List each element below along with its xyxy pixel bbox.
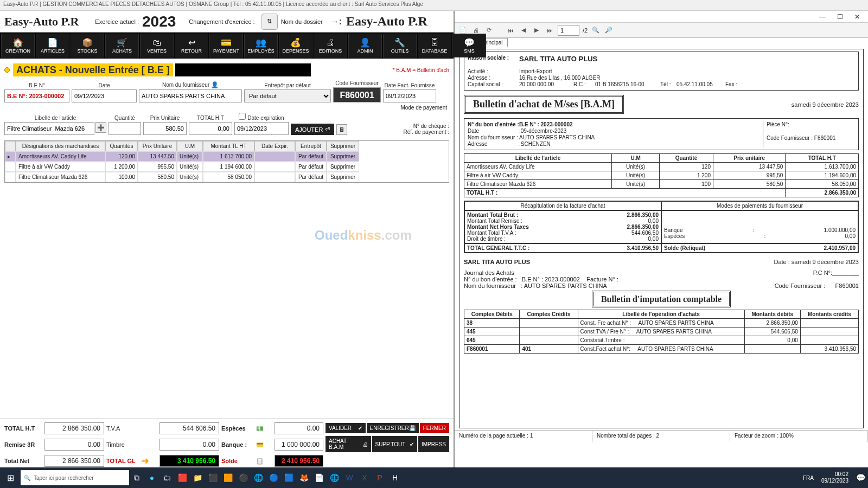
change-exercice-button[interactable]: ⇅: [261, 14, 278, 30]
nav-retour[interactable]: ↩RETOUR: [175, 34, 208, 57]
editions-icon: 🖨: [326, 38, 335, 48]
table-row[interactable]: Filtre Climatiseur Mazda 626100.00580.50…: [5, 172, 449, 182]
report-date: samedi 9 décembre 2023: [792, 101, 859, 108]
libelle-input[interactable]: [4, 122, 94, 135]
especes-value[interactable]: 0.00: [275, 422, 323, 434]
rrem-val: 0,00: [648, 218, 659, 224]
nav-admin[interactable]: 👤ADMIN: [348, 34, 382, 57]
nav-ventes[interactable]: 🛍VENTES: [140, 34, 174, 57]
taskbar-search[interactable]: 🔍Taper ici pour rechercher: [21, 470, 129, 485]
delete-row-button[interactable]: Supprimer: [327, 151, 359, 162]
excel-icon[interactable]: X: [357, 470, 372, 485]
taskbar-app-icon[interactable]: 🗂: [159, 470, 175, 485]
first-page-icon[interactable]: ⏮: [506, 25, 515, 35]
supp-tout-button[interactable]: SUPP.TOUT✔: [372, 436, 418, 452]
page-input[interactable]: [558, 25, 579, 36]
taskbar-app-icon[interactable]: H: [387, 470, 403, 485]
act-label: Activité :: [468, 68, 519, 74]
taskbar-app-icon[interactable]: 🟦: [281, 470, 296, 485]
cap-label: Capital social :: [468, 81, 519, 87]
taskbar-app-icon[interactable]: 🌐: [327, 470, 342, 485]
fermer-button[interactable]: FERMER: [420, 423, 449, 433]
task-view-icon[interactable]: ⧉: [129, 470, 144, 485]
search-icon[interactable]: 🔍: [591, 25, 601, 35]
prev-page-icon[interactable]: ◀: [519, 25, 528, 35]
dossier-label: Nom du dossier: [281, 18, 323, 25]
last-page-icon[interactable]: ⏭: [545, 25, 554, 35]
nav-sms[interactable]: 💬SMS: [452, 34, 486, 57]
status-zoom: Facteur de zoom : 100%: [730, 431, 868, 442]
start-button[interactable]: ⊞: [0, 467, 21, 488]
remise-label: Remise 3R: [4, 441, 42, 448]
search-icon: 🔍: [24, 475, 30, 481]
valider-button[interactable]: VALIDER✔: [326, 423, 366, 433]
creation-icon: 🏠: [12, 37, 23, 48]
rpt-header-cell: Prix unitaire: [713, 154, 785, 163]
report-row: Filtre Climatiseur Mazda 626Unité(s)1005…: [464, 180, 859, 189]
compta-header-cell: Montants débits: [744, 310, 800, 319]
exp-input[interactable]: [234, 122, 289, 135]
date-input[interactable]: [72, 89, 137, 102]
next-page-icon[interactable]: ▶: [532, 25, 541, 35]
taskbar-clock[interactable]: 00:0209/12/2023: [817, 470, 853, 485]
delete-row-button[interactable]: Supprimer: [327, 162, 359, 172]
notifications-icon[interactable]: 💬: [853, 470, 868, 485]
be-label: B.E N°: [4, 82, 69, 88]
exp-checkbox[interactable]: [239, 113, 246, 120]
banque-value[interactable]: 1 000 000.00: [275, 439, 323, 451]
cortana-icon[interactable]: ●: [144, 470, 159, 485]
ajouter-button[interactable]: AJOUTER ⏎: [291, 124, 334, 135]
delete-row-button[interactable]: Supprimer: [327, 172, 359, 182]
taskbar-app-icon[interactable]: 📁: [190, 470, 205, 485]
minimize-button[interactable]: —: [815, 12, 830, 22]
nav-editions[interactable]: 🖨EDITIONS: [314, 34, 347, 57]
table-row[interactable]: ▸Amortisseurs AV. Caddy Life120.0013 447…: [5, 151, 449, 162]
powerpoint-icon[interactable]: P: [372, 470, 387, 485]
taskbar-app-icon[interactable]: 🌐: [251, 470, 266, 485]
rpt-header-cell: Libellé de l'article: [464, 154, 612, 163]
maximize-button[interactable]: ☐: [832, 12, 847, 22]
enregistrer-button[interactable]: ENREGISTRER💾: [367, 423, 419, 433]
table-row[interactable]: Filtre à air VW Caddy1 200.00995.50Unité…: [5, 162, 449, 172]
taskbar-lang[interactable]: FRA: [803, 475, 814, 481]
date-fact-input[interactable]: [383, 89, 436, 102]
taskbar-app-icon[interactable]: 📄: [311, 470, 327, 485]
taskbar-app-icon[interactable]: 🟥: [175, 470, 190, 485]
stocks-icon: 📦: [82, 37, 93, 48]
timbre-value: 0.00: [159, 439, 219, 451]
fournisseur-input[interactable]: [139, 89, 242, 102]
nav-employés[interactable]: 👥EMPLOYÉS: [244, 34, 278, 57]
be-input[interactable]: [4, 89, 69, 102]
tht-input[interactable]: [189, 122, 232, 135]
zoom-icon[interactable]: 🔎: [604, 25, 614, 35]
nav-stocks[interactable]: 📦STOCKS: [71, 34, 104, 57]
impress-button[interactable]: IMPRESS: [418, 436, 449, 452]
close-button[interactable]: ✕: [850, 12, 865, 22]
nav-payement[interactable]: 💳PAYEMENT: [209, 34, 243, 57]
nav-creation[interactable]: 🏠CREATION: [1, 34, 35, 57]
rcf: F860001: [814, 135, 835, 141]
taskbar-app-icon[interactable]: ⬛: [205, 470, 220, 485]
nav-database[interactable]: 🗄DATABASE: [418, 34, 451, 57]
compta-row: F860001401Const.Fact achat N°: AUTO SPAR…: [464, 345, 859, 354]
nav-depenses[interactable]: 💰DEPENSES: [279, 34, 312, 57]
nav-outils[interactable]: 🔧OUTILS: [383, 34, 417, 57]
radr-label: Adresse: [468, 141, 519, 147]
taskbar-app-icon[interactable]: 🔵: [266, 470, 281, 485]
nav-articles[interactable]: 📄ARTICLES: [36, 34, 69, 57]
nav-achats[interactable]: 🛒ACHATS: [105, 34, 139, 57]
qte-input[interactable]: [108, 122, 141, 135]
calculator-icon[interactable]: 🖩: [336, 124, 347, 135]
word-icon[interactable]: W: [342, 470, 357, 485]
employés-icon: 👥: [256, 37, 266, 48]
fbon: B.E N° : 2023-000002: [522, 276, 580, 282]
taskbar-app-icon[interactable]: 🦊: [296, 470, 311, 485]
code-four-label: Code Fournisseur: [333, 80, 381, 86]
pu-input[interactable]: [143, 122, 187, 135]
entrepot-select[interactable]: Par défaut: [244, 89, 331, 102]
taskbar-app-icon[interactable]: 🟧: [220, 470, 235, 485]
taskbar-app-icon[interactable]: ⚫: [235, 470, 251, 485]
achat-bam-button[interactable]: ACHAT B.A.M🖨: [326, 436, 371, 452]
add-article-icon[interactable]: ➕: [95, 122, 106, 133]
rht-val: 2.866.350,00: [627, 224, 659, 230]
